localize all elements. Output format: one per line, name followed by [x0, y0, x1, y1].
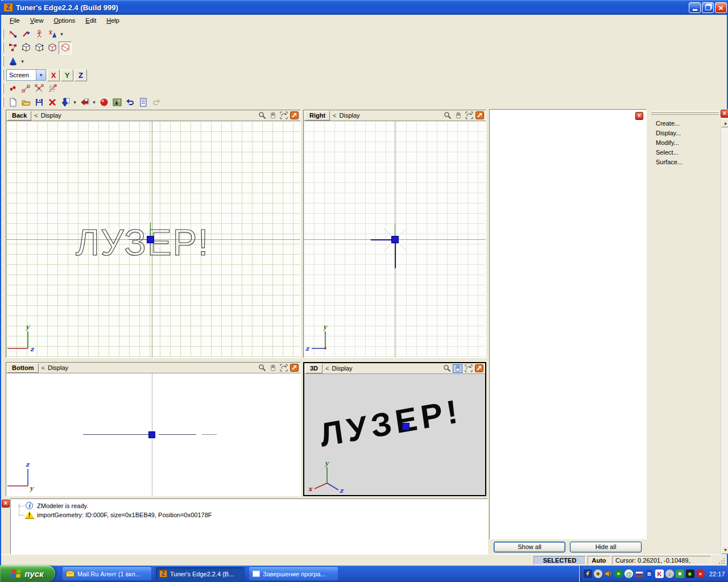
maximize-icon[interactable]	[289, 364, 299, 372]
panel-grip[interactable]	[651, 111, 719, 113]
toolbar-grip[interactable]	[2, 29, 4, 39]
command-panel-scrollbar[interactable]: ▲ ▼	[721, 119, 728, 554]
task-mailru[interactable]: Mail.Ru Агент (1 вкл...	[63, 567, 151, 580]
selected-pivot[interactable]	[148, 431, 155, 438]
viewport-3d-mode[interactable]: Display	[332, 365, 353, 372]
viewport-right-name-button[interactable]: Right	[305, 111, 330, 120]
axis-space-select[interactable]: Screen	[6, 69, 46, 81]
orbit-icon[interactable]	[279, 364, 288, 372]
sound-icon[interactable]: ♪	[665, 569, 674, 578]
log-view-icon[interactable]	[136, 96, 150, 109]
command-modify[interactable]: Modify...	[656, 139, 679, 148]
resize-grip[interactable]	[719, 558, 726, 565]
toolbar-grip[interactable]	[2, 56, 4, 66]
command-display[interactable]: Display...	[656, 130, 681, 139]
zoom-icon[interactable]	[257, 364, 267, 372]
edge-points-icon[interactable]	[19, 82, 32, 95]
texture-icon[interactable]	[110, 96, 123, 109]
close-icon[interactable]	[2, 500, 10, 508]
viewport-bottom-canvas[interactable]: z y	[6, 373, 300, 496]
at-agent-icon[interactable]: @	[624, 569, 633, 578]
orbit-icon[interactable]	[464, 364, 473, 373]
toolbar-grip[interactable]	[2, 43, 4, 53]
cube-object-icon[interactable]	[59, 41, 72, 55]
close-button[interactable]	[715, 2, 727, 13]
viewport-bottom[interactable]: Bottom < Display z y	[6, 362, 301, 496]
maximize-icon[interactable]	[289, 111, 299, 120]
command-surface[interactable]: Surface...	[656, 159, 682, 168]
flag-arrow-icon[interactable]	[19, 28, 32, 41]
selected-pivot[interactable]	[402, 423, 410, 430]
selected-pivot[interactable]	[147, 236, 154, 243]
lightning-icon[interactable]	[584, 569, 592, 578]
pan-icon[interactable]	[268, 364, 278, 372]
scroll-up-icon[interactable]: ▲	[721, 119, 728, 127]
hide-all-button[interactable]: Hide all	[570, 542, 642, 552]
scroll-down-icon[interactable]: ▼	[721, 546, 728, 554]
orbit-icon[interactable]	[279, 111, 288, 120]
viewport-bottom-name-button[interactable]: Bottom	[7, 363, 39, 373]
viewport-3d[interactable]: 3D < Display ЛУЗЕР! y x z	[303, 362, 486, 496]
log-area[interactable]: ZModeler is ready. importGeometry: ID:00…	[10, 498, 488, 554]
kaspersky-icon[interactable]: K	[655, 569, 664, 578]
vertex-arrow-icon[interactable]	[6, 28, 19, 41]
cone-primitive-icon[interactable]	[6, 55, 19, 68]
viewport-bottom-mode[interactable]: Display	[48, 364, 68, 371]
viewport-back-canvas[interactable]: ЛУЗЕР! y z	[6, 121, 300, 357]
menu-file[interactable]: File	[6, 16, 24, 25]
zoom-icon[interactable]	[442, 364, 452, 373]
grid-diagonal-icon[interactable]	[46, 82, 59, 95]
maximize-icon[interactable]	[475, 111, 485, 120]
save-icon[interactable]	[32, 96, 46, 109]
pan-icon[interactable]	[453, 111, 463, 120]
weld-points-icon[interactable]	[6, 82, 19, 95]
task-tuners-edge[interactable]: Tuner's Edge2.2.4 (B...	[156, 567, 245, 580]
axis-x-button[interactable]: X	[47, 69, 60, 81]
delete-icon[interactable]	[46, 96, 59, 109]
close-icon[interactable]	[635, 112, 643, 120]
pan-icon[interactable]	[268, 111, 278, 120]
minimize-button[interactable]	[689, 2, 701, 13]
selected-pivot[interactable]	[391, 236, 399, 243]
menu-view[interactable]: View	[26, 16, 48, 25]
start-button[interactable]: пуск	[0, 566, 55, 582]
globe-icon[interactable]	[614, 569, 623, 578]
task-shutdown-dialog[interactable]: Завершение програ...	[249, 567, 338, 580]
viewport-back-mode[interactable]: Display	[41, 112, 61, 119]
maximize-icon[interactable]	[474, 364, 484, 373]
figure-icon[interactable]	[32, 28, 46, 41]
vertices-level-icon[interactable]	[6, 41, 19, 55]
viewport-collapse-arrow[interactable]: <	[34, 112, 38, 119]
command-create[interactable]: Create...	[656, 120, 680, 129]
dropdown-icon[interactable]	[91, 96, 97, 109]
cube-solid-icon[interactable]	[46, 41, 59, 55]
menu-options[interactable]: Options	[49, 16, 79, 25]
viewport-right-canvas[interactable]: y z	[304, 121, 486, 357]
pan-icon[interactable]	[453, 364, 462, 373]
updater-icon[interactable]	[676, 569, 684, 578]
open-folder-icon[interactable]	[19, 96, 32, 109]
badge-icon[interactable]: ❖	[594, 569, 602, 578]
nvidia-icon[interactable]	[686, 569, 694, 578]
orbit-icon[interactable]	[464, 111, 474, 120]
viewport-right[interactable]: Right < Display	[303, 110, 486, 358]
toolbar-grip[interactable]	[2, 70, 4, 80]
toolbar-grip[interactable]	[2, 97, 4, 107]
viewport-collapse-arrow[interactable]: <	[333, 112, 336, 119]
ru-flag-icon[interactable]	[635, 569, 643, 578]
cube-edges-icon[interactable]	[19, 41, 32, 55]
import-icon[interactable]	[59, 96, 72, 109]
speaker-icon[interactable]	[604, 569, 613, 578]
toolbar-grip[interactable]	[2, 84, 4, 94]
spray-cone-icon[interactable]	[46, 28, 59, 41]
material-sphere-icon[interactable]	[97, 96, 110, 109]
axis-y-button[interactable]: Y	[61, 69, 73, 81]
bluetooth-icon[interactable]: B	[645, 569, 653, 578]
dropdown-icon[interactable]	[72, 96, 78, 109]
viewport-3d-name-button[interactable]: 3D	[305, 364, 322, 373]
new-file-icon[interactable]	[6, 96, 19, 109]
zoom-icon[interactable]	[257, 111, 267, 120]
undo-icon[interactable]	[123, 96, 136, 109]
cube-faces-icon[interactable]	[32, 41, 46, 55]
restore-button[interactable]	[702, 2, 714, 13]
